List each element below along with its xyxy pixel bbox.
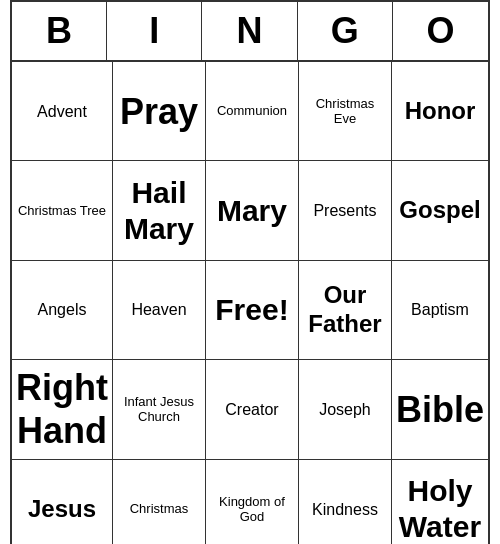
cell-text: Right Hand — [16, 366, 108, 452]
cell-text: Bible — [396, 388, 484, 431]
bingo-cell: Baptism — [392, 261, 488, 360]
cell-text: Infant Jesus Church — [117, 394, 201, 425]
bingo-cell: Joseph — [299, 360, 392, 459]
bingo-cell: Hail Mary — [113, 161, 206, 260]
bingo-cell: Honor — [392, 62, 488, 161]
header-letter: G — [298, 2, 393, 60]
bingo-cell: Communion — [206, 62, 299, 161]
cell-text: Our Father — [303, 281, 387, 339]
bingo-cell: Bible — [392, 360, 488, 459]
bingo-cell: Gospel — [392, 161, 488, 260]
cell-text: Communion — [217, 103, 287, 119]
bingo-cell: Creator — [206, 360, 299, 459]
cell-text: Christmas Eve — [303, 96, 387, 127]
bingo-cell: Angels — [12, 261, 113, 360]
bingo-cell: Pray — [113, 62, 206, 161]
cell-text: Christmas — [130, 501, 189, 517]
bingo-cell: Kingdom of God — [206, 460, 299, 545]
bingo-cell: Advent — [12, 62, 113, 161]
bingo-cell: Mary — [206, 161, 299, 260]
bingo-grid: AdventPrayCommunionChristmas EveHonorChr… — [12, 62, 488, 544]
cell-text: Presents — [313, 201, 376, 220]
bingo-cell: Christmas — [113, 460, 206, 545]
bingo-card: BINGO AdventPrayCommunionChristmas EveHo… — [10, 0, 490, 544]
cell-text: Kingdom of God — [210, 494, 294, 525]
bingo-cell: Holy Water — [392, 460, 488, 545]
bingo-cell: Presents — [299, 161, 392, 260]
header-letter: B — [12, 2, 107, 60]
cell-text: Christmas Tree — [18, 203, 106, 219]
bingo-cell: Jesus — [12, 460, 113, 545]
cell-text: Gospel — [399, 196, 480, 225]
bingo-cell: Christmas Eve — [299, 62, 392, 161]
bingo-cell: Heaven — [113, 261, 206, 360]
bingo-cell: Right Hand — [12, 360, 113, 459]
cell-text: Kindness — [312, 500, 378, 519]
header-letter: I — [107, 2, 202, 60]
bingo-cell: Kindness — [299, 460, 392, 545]
bingo-cell: Our Father — [299, 261, 392, 360]
header-letter: N — [202, 2, 297, 60]
cell-text: Creator — [225, 400, 278, 419]
cell-text: Honor — [405, 97, 476, 126]
bingo-cell: Free! — [206, 261, 299, 360]
cell-text: Baptism — [411, 300, 469, 319]
cell-text: Joseph — [319, 400, 371, 419]
cell-text: Jesus — [28, 495, 96, 524]
cell-text: Angels — [38, 300, 87, 319]
bingo-cell: Christmas Tree — [12, 161, 113, 260]
header-letter: O — [393, 2, 488, 60]
cell-text: Heaven — [131, 300, 186, 319]
bingo-cell: Infant Jesus Church — [113, 360, 206, 459]
cell-text: Pray — [120, 90, 198, 133]
cell-text: Hail Mary — [117, 175, 201, 247]
bingo-header: BINGO — [12, 2, 488, 62]
cell-text: Free! — [215, 292, 288, 328]
cell-text: Mary — [217, 193, 287, 229]
cell-text: Holy Water — [396, 473, 484, 544]
cell-text: Advent — [37, 102, 87, 121]
